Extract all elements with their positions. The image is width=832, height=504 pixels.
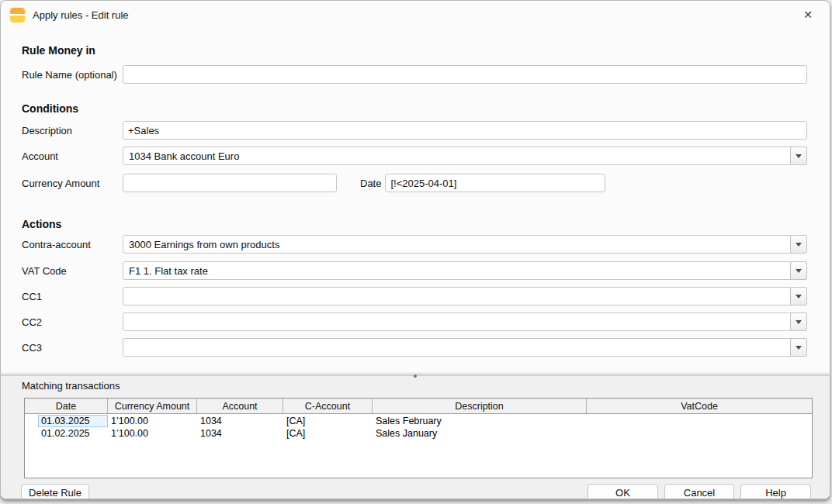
table-cell[interactable]: [CA] xyxy=(283,427,373,440)
vat-code-label: VAT Code xyxy=(22,265,123,277)
date-label: Date xyxy=(360,178,381,189)
cc2-row: CC2 xyxy=(22,312,807,331)
contra-account-dropdown-button[interactable] xyxy=(790,235,807,254)
table-cell[interactable]: 1034 xyxy=(197,415,283,427)
column-header[interactable]: VatCode xyxy=(587,399,812,413)
table-header: DateCurrency AmountAccountC-AccountDescr… xyxy=(25,399,812,414)
currency-amount-label: Currency Amount xyxy=(22,178,123,189)
currency-amount-input[interactable] xyxy=(123,174,337,192)
ok-button[interactable]: OK xyxy=(588,484,658,499)
matching-table: DateCurrency AmountAccountC-AccountDescr… xyxy=(24,398,813,478)
table-row[interactable]: 01.02.20251’100.001034[CA]Sales January xyxy=(25,427,812,440)
matching-transactions-label: Matching transactions xyxy=(1,376,830,392)
contra-account-value: 3000 Earnings from own products xyxy=(123,239,806,250)
table-cell[interactable]: Sales February xyxy=(373,415,587,427)
cc2-label: CC2 xyxy=(22,316,123,328)
cc2-dropdown-button[interactable] xyxy=(790,312,807,331)
description-input[interactable] xyxy=(123,121,807,140)
dialog-buttons: Delete Rule OK Cancel Help xyxy=(1,484,830,499)
window-title: Apply rules - Edit rule xyxy=(33,9,129,21)
table-cell[interactable]: [CA] xyxy=(283,415,373,427)
cc3-dropdown-button[interactable] xyxy=(790,338,807,357)
contra-account-row: Contra-account 3000 Earnings from own pr… xyxy=(22,235,807,254)
vat-code-row: VAT Code F1 1. Flat tax rate xyxy=(22,261,807,280)
table-cell[interactable]: 01.02.2025 xyxy=(38,427,108,440)
column-header[interactable]: Account xyxy=(197,399,283,413)
account-select[interactable]: 1034 Bank account Euro xyxy=(123,147,807,165)
table-cell[interactable]: 1034 xyxy=(197,427,283,440)
section-header-rule: Rule Money in xyxy=(22,44,807,57)
account-value: 1034 Bank account Euro xyxy=(123,150,806,162)
description-label: Description xyxy=(22,125,123,136)
rule-form: Rule Money in Rule Name (optional) Condi… xyxy=(1,44,830,372)
banana-app-icon xyxy=(10,8,25,22)
chevron-down-icon xyxy=(796,243,802,247)
table-cell[interactable]: 01.03.2025 xyxy=(38,415,108,427)
cc1-dropdown-button[interactable] xyxy=(790,287,807,306)
table-cell[interactable] xyxy=(587,415,812,427)
chevron-down-icon xyxy=(796,295,802,299)
contra-account-select[interactable]: 3000 Earnings from own products xyxy=(123,235,807,254)
matching-transactions-panel: Matching transactions DateCurrency Amoun… xyxy=(1,376,830,499)
account-label: Account xyxy=(22,150,123,162)
rule-name-label: Rule Name (optional) xyxy=(22,69,123,81)
cc2-select[interactable] xyxy=(123,312,807,331)
cc3-row: CC3 xyxy=(22,338,807,357)
column-header[interactable]: Description xyxy=(373,399,587,413)
table-cell[interactable] xyxy=(587,427,812,440)
table-body: 01.03.20251’100.001034[CA]Sales February… xyxy=(25,414,812,440)
cc1-label: CC1 xyxy=(22,291,123,302)
vat-code-value: F1 1. Flat tax rate xyxy=(123,265,806,277)
contra-account-label: Contra-account xyxy=(22,239,123,250)
table-cell[interactable]: 1’100.00 xyxy=(108,427,197,440)
splitter-handle[interactable] xyxy=(1,372,830,376)
column-header[interactable]: Date xyxy=(25,399,108,413)
cc1-select[interactable] xyxy=(123,287,807,306)
apply-rules-dialog: Apply rules - Edit rule ✕ Rule Money in … xyxy=(0,0,830,499)
column-header[interactable]: Currency Amount xyxy=(108,399,197,413)
chevron-down-icon xyxy=(796,269,802,273)
cancel-button[interactable]: Cancel xyxy=(664,484,734,499)
date-input[interactable] xyxy=(385,174,605,192)
table-cell[interactable]: 1’100.00 xyxy=(108,415,197,427)
chevron-down-icon xyxy=(796,346,802,350)
delete-rule-button[interactable]: Delete Rule xyxy=(21,484,89,499)
description-row: Description xyxy=(22,121,807,140)
help-button[interactable]: Help xyxy=(740,484,811,499)
account-dropdown-button[interactable] xyxy=(790,147,807,165)
close-icon[interactable]: ✕ xyxy=(797,7,819,22)
column-header[interactable]: C-Account xyxy=(283,399,373,413)
rule-name-input[interactable] xyxy=(123,65,807,84)
table-row[interactable]: 01.03.20251’100.001034[CA]Sales February xyxy=(25,415,812,427)
account-row: Account 1034 Bank account Euro xyxy=(22,147,807,165)
currency-amount-row: Currency Amount Date xyxy=(22,174,807,192)
section-header-actions: Actions xyxy=(22,218,807,231)
rule-name-row: Rule Name (optional) xyxy=(22,65,807,84)
titlebar: Apply rules - Edit rule ✕ xyxy=(1,1,830,29)
vat-code-select[interactable]: F1 1. Flat tax rate xyxy=(123,261,807,280)
chevron-down-icon xyxy=(796,154,802,158)
splitter-grip-dot xyxy=(414,375,417,378)
cc1-row: CC1 xyxy=(22,287,807,306)
cc3-select[interactable] xyxy=(123,338,807,357)
section-header-conditions: Conditions xyxy=(22,102,807,116)
table-cell[interactable]: Sales January xyxy=(373,427,587,440)
vat-code-dropdown-button[interactable] xyxy=(790,261,807,280)
cc3-label: CC3 xyxy=(22,342,123,354)
chevron-down-icon xyxy=(796,320,802,324)
